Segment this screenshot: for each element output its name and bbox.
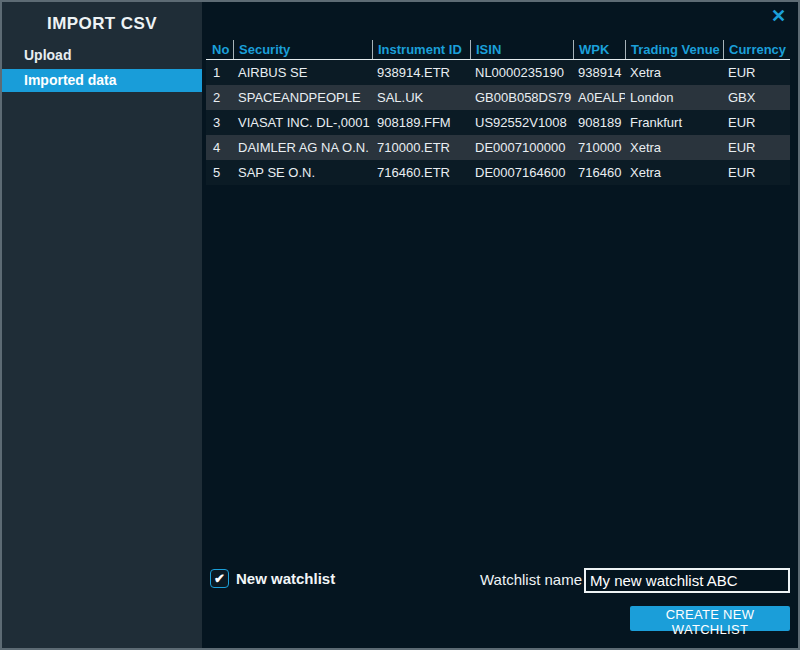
table-cell: 3 xyxy=(206,110,233,135)
table-cell: 1 xyxy=(206,60,233,85)
watchlist-name-label: Watchlist name xyxy=(458,571,582,588)
table-cell: EUR xyxy=(723,60,790,85)
new-watchlist-label: New watchlist xyxy=(236,570,335,587)
table-cell: GB00B058DS79 xyxy=(470,85,573,110)
table-cell: 908189 xyxy=(573,110,625,135)
table-cell: EUR xyxy=(723,135,790,160)
table-row: 4 DAIMLER AG NA O.N. 710000.ETR DE000710… xyxy=(206,135,790,160)
checkmark-icon: ✔ xyxy=(214,572,225,585)
table-cell: DE0007100000 xyxy=(470,135,573,160)
table-row: 3 VIASAT INC. DL-,0001 908189.FFM US9255… xyxy=(206,110,790,135)
table-cell: Frankfurt xyxy=(625,110,723,135)
table-header-row: No Security Instrument ID ISIN WPK Tradi… xyxy=(206,40,790,60)
table-cell: London xyxy=(625,85,723,110)
import-csv-dialog: IMPORT CSV Upload Imported data ✕ No Sec… xyxy=(0,0,800,650)
column-header-isin: ISIN xyxy=(470,40,573,59)
table-row: 5 SAP SE O.N. 716460.ETR DE0007164600 71… xyxy=(206,160,790,185)
table-cell: DE0007164600 xyxy=(470,160,573,185)
table-cell: 2 xyxy=(206,85,233,110)
close-icon[interactable]: ✕ xyxy=(771,7,786,25)
table-cell: 716460.ETR xyxy=(372,160,470,185)
table-cell: 716460 xyxy=(573,160,625,185)
table-cell: A0EALP xyxy=(573,85,625,110)
table-cell: SPACEANDPEOPLE xyxy=(233,85,372,110)
column-header-no: No xyxy=(206,40,233,59)
table-cell: Xetra xyxy=(625,135,723,160)
column-header-trading-venue: Trading Venue xyxy=(625,40,723,59)
table-row: 2 SPACEANDPEOPLE SAL.UK GB00B058DS79 A0E… xyxy=(206,85,790,110)
table-cell: 710000 xyxy=(573,135,625,160)
table-cell: AIRBUS SE xyxy=(233,60,372,85)
table-cell: EUR xyxy=(723,110,790,135)
table-cell: 5 xyxy=(206,160,233,185)
column-header-currency: Currency xyxy=(723,40,790,59)
table-row: 1 AIRBUS SE 938914.ETR NL0000235190 9389… xyxy=(206,60,790,85)
table-cell: SAP SE O.N. xyxy=(233,160,372,185)
table-cell: SAL.UK xyxy=(372,85,470,110)
table-cell: US92552V1008 xyxy=(470,110,573,135)
table-cell: GBX xyxy=(723,85,790,110)
table-cell: Xetra xyxy=(625,60,723,85)
sidebar-item-imported-data[interactable]: Imported data xyxy=(2,69,202,92)
table-cell: NL0000235190 xyxy=(470,60,573,85)
create-new-watchlist-button[interactable]: CREATE NEW WATCHLIST xyxy=(630,606,790,631)
table-cell: DAIMLER AG NA O.N. xyxy=(233,135,372,160)
dialog-title: IMPORT CSV xyxy=(2,14,202,34)
table-cell: EUR xyxy=(723,160,790,185)
table-cell: 710000.ETR xyxy=(372,135,470,160)
table-cell: 938914.ETR xyxy=(372,60,470,85)
table-cell: Xetra xyxy=(625,160,723,185)
table-cell: 938914 xyxy=(573,60,625,85)
watchlist-name-input[interactable] xyxy=(584,568,790,593)
table-cell: 908189.FFM xyxy=(372,110,470,135)
main-panel: ✕ No Security Instrument ID ISIN WPK Tra… xyxy=(202,2,798,648)
sidebar: IMPORT CSV Upload Imported data xyxy=(2,2,202,648)
table-cell: 4 xyxy=(206,135,233,160)
column-header-security: Security xyxy=(233,40,372,59)
table-cell: VIASAT INC. DL-,0001 xyxy=(233,110,372,135)
column-header-instrument-id: Instrument ID xyxy=(372,40,470,59)
new-watchlist-checkbox[interactable]: ✔ xyxy=(210,569,229,588)
column-header-wpk: WPK xyxy=(573,40,625,59)
imported-data-table: No Security Instrument ID ISIN WPK Tradi… xyxy=(206,40,790,185)
sidebar-item-upload[interactable]: Upload xyxy=(2,44,202,67)
